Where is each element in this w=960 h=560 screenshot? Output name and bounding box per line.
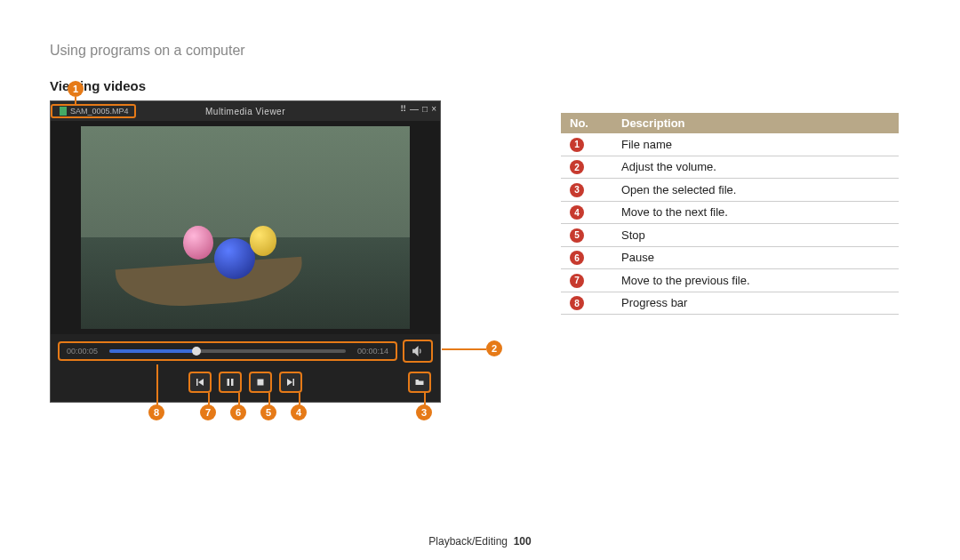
row-desc: Stop (612, 224, 899, 247)
svg-rect-3 (228, 379, 230, 386)
table-row: 2Adjust the volume. (561, 156, 899, 179)
callout-3: 3 (416, 404, 432, 420)
page-number: 100 (514, 535, 532, 548)
total-time: 00:00:14 (351, 347, 388, 356)
callout-7: 7 (200, 404, 216, 420)
callout-4: 4 (291, 404, 307, 420)
skip-next-icon (285, 377, 296, 388)
callout-8: 8 (148, 404, 164, 420)
row-desc: Move to the previous file. (612, 269, 899, 292)
svg-rect-7 (293, 379, 295, 386)
speaker-icon (412, 345, 424, 357)
minimize-icon[interactable]: — (410, 104, 419, 114)
prev-button[interactable] (188, 372, 212, 393)
row-num: 6 (570, 251, 584, 265)
leader (156, 364, 158, 405)
table-row: 4Move to the next file. (561, 201, 899, 224)
leader (268, 393, 270, 405)
pink-ball (183, 226, 213, 260)
titlebar: SAM_0005.MP4 Multimedia Viewer ⠿ — □ × (51, 101, 440, 121)
seek-track[interactable] (109, 349, 346, 353)
row-desc: Open the selected file. (612, 179, 899, 202)
table-row: 1File name (561, 133, 899, 156)
leader (208, 393, 210, 405)
svg-marker-0 (413, 347, 418, 355)
page-footer: Playback/Editing 100 (0, 535, 960, 548)
svg-rect-5 (258, 380, 264, 386)
description-table: No. Description 1File name 2Adjust the v… (561, 113, 899, 315)
yellow-ball (250, 226, 276, 256)
callout-2: 2 (486, 340, 502, 356)
video-player-window: SAM_0005.MP4 Multimedia Viewer ⠿ — □ × (50, 100, 441, 403)
table-row: 8Progress bar (561, 292, 899, 315)
pin-icon[interactable]: ⠿ (400, 104, 406, 114)
folder-icon (413, 377, 426, 388)
leader (238, 393, 240, 405)
row-desc: Adjust the volume. (612, 156, 899, 179)
leader (424, 393, 426, 405)
progress-bar[interactable]: 00:00:05 00:00:14 (58, 341, 397, 361)
video-area (51, 121, 440, 334)
stop-button[interactable] (249, 372, 272, 393)
file-name: SAM_0005.MP4 (70, 107, 129, 116)
table-row: 5Stop (561, 224, 899, 247)
table-row: 3Open the selected file. (561, 179, 899, 202)
leader (75, 97, 76, 105)
footer-section: Playback/Editing (428, 535, 508, 548)
row-num: 8 (570, 296, 584, 310)
row-num: 1 (570, 138, 584, 152)
table-row: 6Pause (561, 246, 899, 269)
leader (299, 393, 300, 405)
svg-marker-2 (198, 379, 204, 386)
row-num: 2 (570, 160, 584, 174)
svg-rect-4 (231, 379, 234, 386)
svg-marker-6 (287, 379, 292, 386)
row-num: 7 (570, 274, 584, 288)
blue-ball (214, 238, 255, 279)
stop-icon (255, 377, 266, 388)
row-desc: File name (612, 133, 899, 156)
row-num: 5 (570, 228, 584, 243)
close-icon[interactable]: × (431, 104, 436, 114)
row-num: 3 (570, 183, 584, 197)
file-name-chip: SAM_0005.MP4 (51, 104, 136, 118)
col-no: No. (561, 113, 612, 133)
callout-5: 5 (260, 404, 276, 420)
video-frame (81, 126, 410, 329)
table-row: 7Move to the previous file. (561, 269, 899, 292)
section-title: Viewing videos (0, 59, 960, 100)
callout-6: 6 (230, 404, 246, 420)
leader (442, 348, 486, 350)
pause-icon (225, 377, 236, 388)
row-desc: Move to the next file. (612, 201, 899, 224)
file-icon (60, 107, 67, 116)
skip-previous-icon (195, 377, 205, 388)
col-desc: Description (612, 113, 899, 133)
pause-button[interactable] (219, 372, 242, 393)
svg-rect-1 (196, 379, 198, 386)
row-desc: Progress bar (612, 292, 899, 315)
elapsed-time: 00:00:05 (67, 347, 104, 356)
callout-1: 1 (68, 81, 84, 97)
boat-shape (116, 257, 305, 311)
next-button[interactable] (279, 372, 302, 393)
row-num: 4 (570, 205, 584, 220)
volume-button[interactable] (403, 340, 433, 363)
open-file-button[interactable] (408, 372, 431, 393)
breadcrumb: Using programs on a computer (0, 0, 960, 59)
player-figure: 1 SAM_0005.MP4 Multimedia Viewer ⠿ — □ × (50, 100, 468, 403)
row-desc: Pause (612, 246, 899, 269)
maximize-icon[interactable]: □ (422, 104, 428, 114)
